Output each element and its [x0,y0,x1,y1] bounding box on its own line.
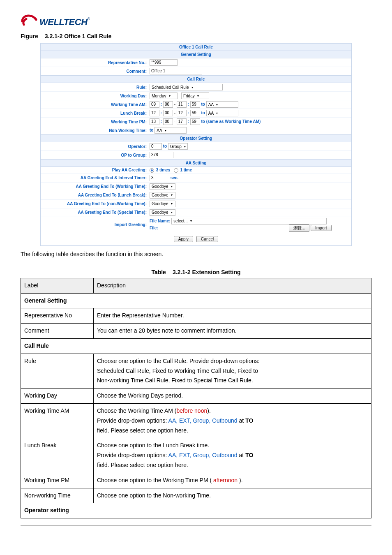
wpm-h2-input[interactable]: 17 [177,118,187,125]
rep-no-input[interactable]: **999 [150,59,178,66]
chevron-down-icon: ▾ [191,86,193,89]
nonworking-label: Non-Working Time: [41,126,148,135]
section-callrule-row: Call Rule [21,339,371,354]
to-label: to [201,102,205,106]
play-aa-3times-radio[interactable] [150,168,154,173]
chevron-down-icon: ▾ [171,202,173,206]
wpm-h1-input[interactable]: 13 [150,118,159,125]
to-label: to (same as Working Time AM) [201,119,261,124]
table-caption: Table3.2.1-2 Extension Setting [21,269,371,275]
panel-title: Office 1 Call Rule [41,44,351,51]
wam-m1-input[interactable]: 00 [163,101,173,108]
rule-label: Rule: [41,83,148,92]
lunch-m2-input[interactable]: 59 [190,110,200,116]
lunch-dest-select[interactable]: AA▾ [206,110,238,116]
section-general-row: General Setting [21,293,371,308]
interval-unit: sec. [171,176,178,180]
working-day-to-select[interactable]: Friday▾ [181,92,209,99]
to-label: to [163,144,167,148]
working-day-from-select[interactable]: Monday▾ [150,92,178,99]
section-operator: Operator Setting [41,135,351,142]
wam-m2-input[interactable]: 59 [190,101,200,108]
filename-select[interactable]: select...▾ [171,218,327,224]
row-rule-desc: Choose one option to the Call Rule. Prov… [94,354,371,388]
row-wpm-desc: Choose one option to the Working Time PM… [94,473,371,488]
chevron-down-icon: ▾ [169,94,171,98]
row-wam-desc: Choose the Working Time AM (before noon)… [94,404,371,438]
row-wday-label: Working Day [21,388,94,404]
cancel-button[interactable]: Cancel [196,236,218,242]
logo-reg: ® [88,17,90,21]
logo-icon [21,12,39,29]
lunch-label: Lunch Break: [41,109,148,118]
filename-label: File Name: [150,219,171,223]
row-wday-desc: Choose the Working Days period. [94,388,371,404]
operator-input[interactable]: 0 [150,143,162,150]
nonworking-dest-select[interactable]: AA▾ [154,127,187,134]
file-label: File: [150,226,158,230]
chevron-down-icon: ▾ [216,111,218,115]
import-label: Import Greeting: [41,217,148,233]
to-label: to [150,128,153,132]
apply-button[interactable]: Apply [174,236,193,242]
row-nw-label: Non-working Time [21,488,94,503]
working-am-label: Working Time AM: [41,100,148,109]
rep-no-label: Representative No.: [41,58,148,67]
end-lunch-label: AA Greeting End To (Lunch Break): [41,191,148,199]
row-rep-label: Representative No [21,308,94,324]
op-group-label: OP to Group: [41,151,148,160]
interval-label: AA Greeting End & Interval Timer: [41,173,148,182]
row-comment-label: Comment [21,324,94,339]
import-button[interactable]: Import [311,225,331,231]
end-special-select[interactable]: Goodbye▾ [150,209,175,216]
wam-h2-input[interactable]: 11 [177,101,187,108]
lunch-h2-input[interactable]: 12 [177,110,187,116]
working-pm-label: Working Time PM: [41,118,148,126]
chevron-down-icon: ▾ [171,210,173,214]
lunch-m1-input[interactable]: 00 [163,110,173,116]
description-table: Label Description General Setting Repres… [21,278,371,518]
to-label: to [201,111,205,115]
end-working-label: AA Greeting End To (Working Time): [41,182,148,191]
chevron-down-icon: ▾ [165,129,166,132]
row-comment-desc: You can enter a 20 bytes note to comment… [94,324,371,339]
rule-select[interactable]: Scheduled Call Rule▾ [150,84,223,90]
row-wpm-label: Working Time PM [21,473,94,488]
row-rule-label: Rule [21,354,94,388]
browse-button[interactable]: 瀏覽... [289,224,309,232]
chevron-down-icon: ▾ [171,185,173,188]
section-aa: AA Setting [41,160,351,167]
row-wam-label: Working Time AM [21,404,94,438]
interval-input[interactable]: 3 [150,175,169,181]
end-working-select[interactable]: Goodbye▾ [150,183,175,190]
chevron-down-icon: ▾ [197,94,199,98]
figure-caption: Figure3.2.1-2 Office 1 Call Rule [21,33,371,39]
lunch-h1-input[interactable]: 12 [150,110,159,116]
working-day-label: Working Day: [41,92,148,100]
op-group-input[interactable]: 378 [150,152,173,158]
col-label: Label [21,278,94,293]
row-nw-desc: Choose one option to the Non-working Tim… [94,488,371,503]
comment-label: Comment: [41,67,148,76]
row-lunch-label: Lunch Break [21,438,94,473]
section-general: General Setting [41,51,351,58]
wam-h1-input[interactable]: 09 [150,101,159,108]
wpm-m1-input[interactable]: 00 [163,118,173,125]
end-nonworking-label: AA Greeting End To (non-Working Time): [41,199,148,208]
play-aa-1time-label: 1 time [180,168,192,172]
section-operator-row: Operator setting [21,503,371,518]
col-desc: Description [94,278,371,293]
sep: - [179,93,180,98]
office-call-rule-panel: Office 1 Call Rule General Setting Repre… [40,43,352,246]
wam-dest-select[interactable]: AA▾ [206,101,238,108]
end-lunch-select[interactable]: Goodbye▾ [150,192,175,199]
play-aa-label: Play AA Greeting: [41,167,148,174]
section-callrule: Call Rule [41,76,351,83]
row-rep-desc: Enter the Representative Number. [94,308,371,324]
play-aa-3times-label: 3 times [156,168,170,172]
wpm-m2-input[interactable]: 59 [190,118,200,125]
end-nonworking-select[interactable]: Goodbye▾ [150,201,175,207]
play-aa-1time-radio[interactable] [174,168,178,173]
comment-input[interactable]: Office 1 [150,68,202,74]
operator-dest-select[interactable]: Group▾ [168,143,188,150]
